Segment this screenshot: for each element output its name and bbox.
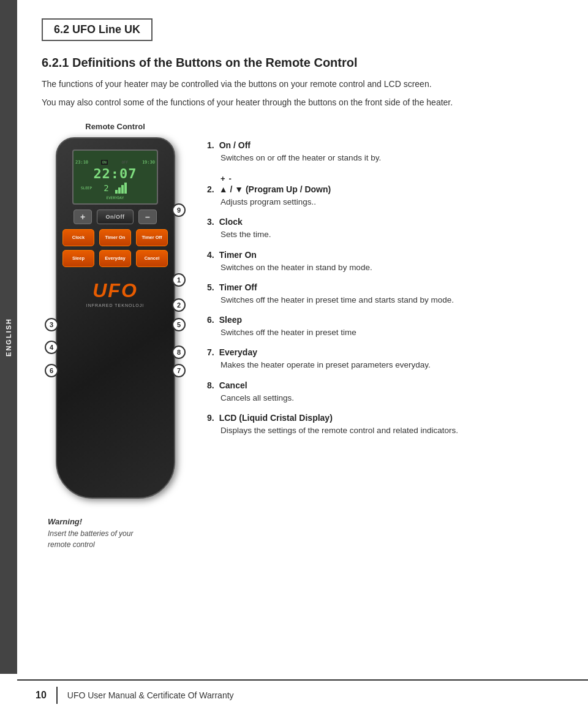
def-number-7: 7.: [207, 347, 214, 357]
def-title-5: Timer Off: [219, 282, 257, 292]
def-title-7: Everyday: [219, 347, 257, 357]
minus-label: -: [229, 174, 232, 183]
lcd-top-row: 23:10 ON OFF 19:30: [75, 160, 155, 165]
lcd-time-big: 22:07: [93, 166, 137, 181]
minus-button[interactable]: –: [138, 210, 157, 224]
sleep-button[interactable]: Sleep: [62, 250, 94, 267]
def-item-5: 5. Timer Off Switches off the heater in …: [207, 282, 564, 306]
remote-label: Remote Control: [42, 122, 189, 131]
btn-row-2: Sleep Everyday Cancel: [57, 250, 174, 267]
warning-section: Warning! Insert the batteries of your re…: [48, 517, 189, 550]
clock-button[interactable]: Clock: [62, 229, 94, 246]
main-content: 6.2 UFO Line UK 6.2.1 Definitions of the…: [17, 0, 588, 568]
lcd-top-left: 23:10: [75, 160, 88, 165]
footer-title: UFO User Manual & Certificate Of Warrant…: [67, 690, 234, 700]
def-number-1: 1.: [207, 140, 214, 150]
def-desc-5: Switches off the heater in preset time a…: [221, 294, 564, 306]
def-desc-9: Displays the settings of the remote cont…: [221, 425, 564, 437]
callout-3: 3: [45, 318, 58, 331]
lcd-bottom-row: 2: [104, 183, 126, 194]
lcd-bars: [115, 183, 127, 194]
callout-7: 7: [172, 364, 186, 377]
sidebar: ENGLISH: [0, 0, 17, 674]
ufo-subtitle: INFRARED TEKNOLOJI: [57, 303, 174, 308]
timer-on-button[interactable]: Timer On: [99, 229, 131, 246]
intro-text-1: The functions of your heater may be cont…: [42, 77, 564, 91]
section-header-text: 6.2 UFO Line UK: [54, 23, 140, 36]
def-item-6: 6. Sleep Switches off the heater in pres…: [207, 315, 564, 339]
lcd-bar-4: [124, 183, 127, 194]
sidebar-label: ENGLISH: [5, 318, 12, 357]
lcd-top-right: 19:30: [142, 160, 155, 165]
warning-title: Warning!: [48, 517, 189, 526]
def-item-8: 8. Cancel Cancels all settings.: [207, 380, 564, 404]
def-header-8: 8. Cancel: [207, 380, 564, 390]
callout-8: 8: [172, 346, 186, 359]
def-number-5: 5.: [207, 282, 214, 292]
definitions-list: 1. On / Off Switches on or off the heate…: [207, 122, 564, 550]
lcd-sleep-label: SLEEP: [81, 186, 92, 190]
def-number-9: 9.: [207, 413, 214, 423]
lcd-bar-2: [118, 187, 121, 194]
ufo-logo-area: UFO INFRARED TEKNOLOJI: [57, 279, 174, 308]
btn-row-onoff: + On/Off –: [57, 210, 174, 224]
def-item-9: 9. LCD (Liquid Cristal Display) Displays…: [207, 413, 564, 437]
footer-divider: [56, 687, 58, 704]
def-number-6: 6.: [207, 315, 214, 325]
callout-2: 2: [172, 298, 186, 312]
def-item-4: 4. Timer On Switches on the heater in st…: [207, 250, 564, 274]
def-header-7: 7. Everyday: [207, 347, 564, 357]
btn-row-1: Clock Timer On Timer Off: [57, 229, 174, 246]
plus-label: +: [221, 174, 225, 183]
def-title-2: ▲ / ▼ (Program Up / Down): [219, 184, 331, 194]
def-item-1: 1. On / Off Switches on or off the heate…: [207, 140, 564, 164]
def-desc-7: Makes the heater operate in preset param…: [221, 359, 564, 371]
content-area: Remote Control 9 1 2 5: [42, 122, 564, 550]
callout-6: 6: [45, 364, 58, 377]
footer: 10 UFO User Manual & Certificate Of Warr…: [17, 679, 588, 710]
section-header-box: 6.2 UFO Line UK: [42, 18, 153, 41]
def-title-8: Cancel: [219, 380, 247, 390]
intro-text-2: You may also control some of the functio…: [42, 96, 564, 109]
warning-text: Insert the batteries of your remote cont…: [48, 528, 189, 550]
def-title-3: Clock: [219, 217, 243, 227]
def-title-6: Sleep: [219, 315, 242, 325]
def-desc-4: Switches on the heater in stand by mode.: [221, 262, 564, 274]
lcd-off-label: OFF: [120, 160, 129, 165]
def-desc-6: Switches off the heater in preset time: [221, 327, 564, 339]
def-title-4: Timer On: [219, 250, 257, 260]
def-header-6: 6. Sleep: [207, 315, 564, 325]
def-header-9: 9. LCD (Liquid Cristal Display): [207, 413, 564, 423]
footer-page-number: 10: [36, 690, 47, 701]
remote-section: Remote Control 9 1 2 5: [42, 122, 189, 550]
callout-9: 9: [172, 203, 186, 217]
plus-button[interactable]: +: [74, 210, 92, 224]
def-header-3: 3. Clock: [207, 217, 564, 227]
def-item-3: 3. Clock Sets the time.: [207, 217, 564, 241]
cancel-button[interactable]: Cancel: [136, 250, 168, 267]
def-number-4: 4.: [207, 250, 214, 260]
callout-5: 5: [172, 318, 186, 331]
plus-minus-inline: + -: [221, 174, 232, 183]
remote-body: 23:10 ON OFF 19:30 22:07 2: [56, 137, 175, 499]
def-number-3: 3.: [207, 217, 214, 227]
def-header-1: 1. On / Off: [207, 140, 564, 150]
lcd-bar-3: [121, 185, 124, 194]
lcd-bar-1: [115, 190, 118, 194]
def-desc-8: Cancels all settings.: [221, 392, 564, 404]
timer-off-button[interactable]: Timer Off: [136, 229, 168, 246]
callout-4: 4: [45, 341, 58, 354]
ufo-logo-text: UFO: [57, 279, 174, 302]
everyday-button[interactable]: Everyday: [99, 250, 131, 267]
lcd-everyday-label: EVERYDAY: [107, 195, 124, 200]
def-item-7: 7. Everyday Makes the heater operate in …: [207, 347, 564, 371]
def-desc-3: Sets the time.: [221, 228, 564, 241]
def-title-1: On / Off: [219, 140, 251, 150]
def-header-5: 5. Timer Off: [207, 282, 564, 292]
page-title: 6.2.1 Definitions of the Buttons on the …: [42, 56, 564, 70]
remote-container: 9 1 2 5 3: [51, 137, 179, 499]
def-header-2: 2. ▲ / ▼ (Program Up / Down): [207, 184, 564, 194]
onoff-button[interactable]: On/Off: [97, 210, 134, 224]
callout-1: 1: [172, 273, 186, 287]
lcd-num: 2: [104, 183, 108, 193]
